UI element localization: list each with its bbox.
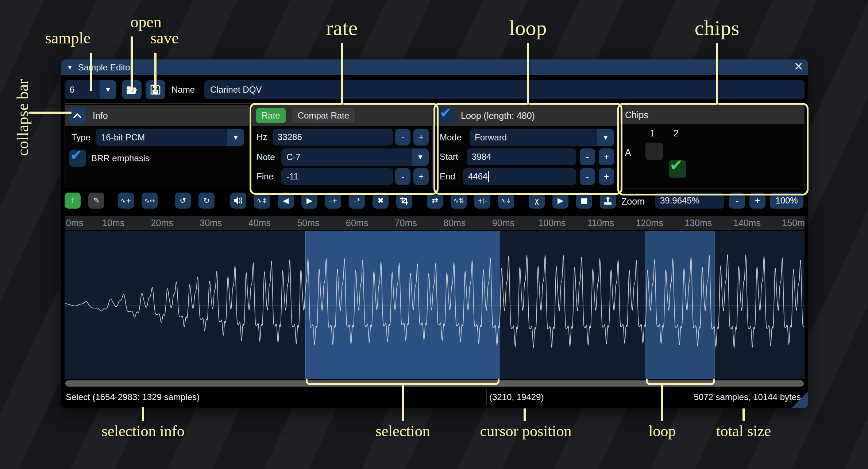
brr-emphasis-checkbox[interactable]: ✔	[69, 150, 86, 167]
annotation-save: save	[150, 29, 179, 47]
zoom-reset-label: 100%	[775, 195, 798, 206]
filter-icon[interactable]: ∿↓	[498, 193, 514, 209]
annotation-collapse-bar: collapse bar	[13, 79, 32, 156]
ruler-tick: 140ms	[733, 218, 761, 228]
total-size-text: 5072 samples, 10144 bytes	[672, 392, 801, 402]
annotation-line	[142, 407, 144, 421]
ruler-tick: 0ms	[66, 218, 83, 228]
annotation-cursor-position: cursor position	[480, 422, 572, 440]
ruler-tick: 150ms	[782, 218, 805, 228]
info-collapse-button[interactable]	[69, 107, 86, 124]
name-input[interactable]: Clarinet DQV	[204, 80, 805, 99]
chevron-up-icon	[73, 113, 81, 118]
info-header: Info	[93, 111, 108, 121]
annotation-loop-bottom: loop	[649, 422, 676, 440]
annotation-line	[341, 43, 343, 104]
annotation-line	[527, 43, 529, 104]
plus-icon: +	[755, 195, 760, 206]
ruler-tick: 100ms	[538, 218, 566, 228]
zoom-label: Zoom	[621, 193, 645, 209]
annotation-selection-info: selection info	[101, 422, 184, 440]
annotation-outline	[433, 103, 622, 195]
screenshot-stage: ▼ Sample Editor × 6 ▼ Name Clarinet DQV	[0, 0, 868, 469]
selection-info-text: Select (1654-2983: 1329 samples)	[66, 392, 200, 402]
annotation-line	[742, 408, 745, 421]
undo-icon[interactable]: ↺	[175, 193, 191, 209]
annotation-selection: selection	[375, 422, 430, 440]
resize-icon[interactable]: ∿+	[118, 193, 134, 209]
ruler-tick: 60ms	[346, 218, 368, 228]
annotation-line	[716, 43, 718, 104]
reverse-icon[interactable]: ⇄	[427, 193, 443, 209]
annotation-line	[402, 385, 404, 421]
minus-icon: -	[736, 195, 738, 206]
fade-out-icon[interactable]: ▶	[301, 193, 317, 209]
type-select[interactable]: 16-bit PCM ▼	[96, 129, 244, 146]
insert-silence-icon[interactable]: –+	[325, 193, 341, 209]
annotation-loop: loop	[509, 16, 547, 40]
annotation-sample: sample	[45, 29, 91, 47]
zoom-value: 39.9645%	[660, 195, 699, 206]
chevron-down-icon: ▼	[227, 129, 244, 146]
sample-number-value: 6	[65, 80, 100, 99]
annotation-bracket	[646, 379, 715, 385]
name-value: Clarinet DQV	[210, 85, 262, 95]
apply-silence-icon[interactable]: –*	[349, 193, 365, 209]
ruler-tick: 50ms	[297, 218, 319, 228]
amplify-icon[interactable]	[230, 193, 246, 209]
select-mode-icon[interactable]: ⌶	[65, 193, 81, 209]
delete-icon[interactable]: ✖	[373, 193, 389, 209]
window-collapse-icon[interactable]: ▼	[67, 64, 73, 71]
annotation-total-size: total size	[716, 422, 771, 440]
annotation-rate: rate	[326, 16, 358, 40]
resize-grip[interactable]	[791, 391, 808, 408]
ruler-tick: 20ms	[151, 218, 173, 228]
signed-unsigned-icon[interactable]: +|-	[474, 193, 490, 209]
ruler-tick: 90ms	[492, 218, 514, 228]
status-separator	[486, 389, 487, 406]
crossfade-icon[interactable]: χ	[529, 193, 545, 209]
redo-icon[interactable]: ↻	[198, 193, 215, 209]
annotation-outline	[617, 103, 809, 195]
annotation-line	[154, 53, 157, 91]
window-title: Sample Editor	[78, 62, 133, 73]
timeline-ruler[interactable]: 0ms10ms20ms30ms40ms50ms60ms70ms80ms90ms1…	[65, 216, 805, 230]
cursor-position-text: (3210, 19429)	[489, 392, 544, 402]
annotation-line	[524, 408, 526, 421]
info-panel: Info Type 16-bit PCM ▼ ✔ BRR emphasis	[65, 105, 249, 188]
close-icon[interactable]: ×	[794, 59, 803, 74]
trim-icon[interactable]	[396, 193, 412, 209]
ruler-tick: 30ms	[200, 218, 222, 228]
status-separator	[671, 389, 671, 406]
ruler-tick: 40ms	[248, 218, 271, 228]
fade-in-icon[interactable]: ◀	[278, 193, 294, 209]
ruler-tick: 110ms	[587, 218, 614, 228]
ruler-tick: 70ms	[395, 218, 417, 228]
draw-mode-icon[interactable]: ✎	[88, 193, 104, 209]
annotation-line	[661, 385, 663, 421]
waveform-canvas[interactable]	[65, 231, 805, 379]
type-value: 16-bit PCM	[96, 129, 227, 146]
normalize-icon[interactable]: ∿↕	[254, 193, 270, 209]
preview-play-icon[interactable]: ▶	[552, 193, 568, 209]
upload-to-chip-icon[interactable]	[600, 193, 616, 209]
ruler-tick: 80ms	[443, 218, 466, 228]
annotation-line	[90, 53, 92, 91]
invert-icon[interactable]: ∿⇅	[451, 193, 467, 209]
resample-icon[interactable]: ∿↔	[142, 193, 158, 209]
annotation-bracket	[306, 379, 499, 385]
chevron-down-icon[interactable]: ▼	[100, 80, 116, 99]
check-icon: ✔	[70, 147, 82, 163]
name-label: Name	[171, 80, 195, 99]
annotation-line	[28, 112, 72, 114]
ruler-tick: 130ms	[684, 218, 712, 228]
ruler-tick: 120ms	[636, 218, 663, 228]
annotation-chips: chips	[695, 16, 739, 40]
preview-stop-icon[interactable]: ■	[576, 193, 592, 209]
ruler-tick: 10ms	[102, 218, 124, 228]
brr-emphasis-label: BRR emphasis	[91, 150, 150, 167]
status-bar: Select (1654-2983: 1329 samples) (3210, …	[61, 387, 808, 408]
annotation-line	[131, 36, 133, 91]
type-label: Type	[72, 129, 90, 146]
titlebar[interactable]: ▼ Sample Editor ×	[61, 59, 808, 75]
